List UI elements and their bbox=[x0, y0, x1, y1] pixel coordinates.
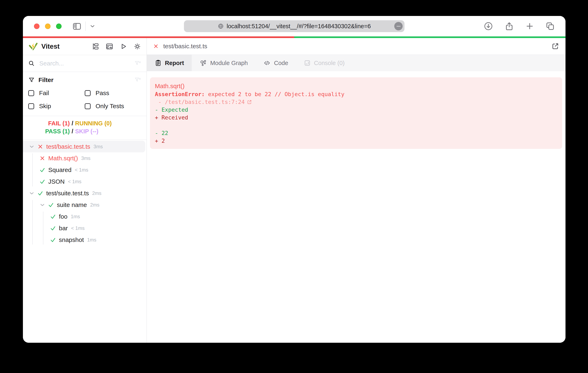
check-icon bbox=[39, 178, 45, 185]
close-button[interactable] bbox=[34, 23, 40, 29]
file-tab-header: test/basic.test.ts bbox=[147, 38, 566, 55]
failed-test-title: Math.sqrt() bbox=[155, 82, 557, 90]
diff-line-expected: - Expected bbox=[155, 106, 557, 114]
sidebar-toggle-icon[interactable] bbox=[72, 21, 82, 31]
filter-checkbox-fail[interactable]: Fail bbox=[28, 90, 85, 96]
checkbox-icon[interactable] bbox=[85, 103, 91, 109]
error-message: expected 2 to be 22 // Object.is equalit… bbox=[205, 91, 345, 97]
zoom-button[interactable] bbox=[56, 23, 62, 29]
test-tree-item[interactable]: test/basic.test.ts3ms bbox=[23, 141, 145, 152]
test-duration: 2ms bbox=[92, 190, 101, 196]
open-file-name: test/basic.test.ts bbox=[163, 43, 207, 50]
tab-overview-icon[interactable] bbox=[546, 21, 555, 31]
clear-filter-icon[interactable] bbox=[134, 60, 141, 67]
test-duration: < 1ms bbox=[71, 225, 84, 231]
tree-view-icon[interactable] bbox=[92, 42, 99, 50]
console-icon bbox=[304, 60, 311, 66]
search-input[interactable] bbox=[39, 60, 130, 67]
checkbox-icon[interactable] bbox=[28, 103, 34, 109]
run-all-icon[interactable] bbox=[119, 42, 127, 50]
filter-options: FailPassSkipOnly Tests bbox=[28, 90, 141, 110]
filter-title: Filter bbox=[39, 76, 53, 83]
tab-report[interactable]: Report bbox=[147, 55, 192, 71]
test-duration: 3ms bbox=[94, 144, 103, 149]
check-icon bbox=[48, 202, 54, 208]
theme-toggle-icon[interactable] bbox=[133, 42, 141, 50]
test-name: JSON bbox=[48, 178, 65, 185]
test-tree-item[interactable]: snapshot1ms bbox=[23, 234, 147, 246]
test-tree-item[interactable]: suite name2ms bbox=[23, 199, 147, 211]
minimize-button[interactable] bbox=[45, 23, 51, 29]
diff-blank-line bbox=[155, 122, 557, 129]
diff-line-expected: - 22 bbox=[155, 129, 557, 137]
test-tree-item[interactable]: bar< 1ms bbox=[23, 222, 147, 234]
filter-checkbox-skip[interactable]: Skip bbox=[28, 103, 85, 110]
external-link-icon bbox=[247, 99, 252, 105]
share-icon[interactable] bbox=[504, 21, 514, 31]
sidebar: Vitest bbox=[23, 38, 147, 343]
tab-code[interactable]: Code bbox=[255, 55, 296, 71]
test-name: test/basic.test.ts bbox=[46, 143, 90, 150]
test-name: snapshot bbox=[59, 236, 84, 243]
report-icon bbox=[155, 60, 162, 66]
test-duration: 3ms bbox=[81, 155, 90, 161]
test-name: foo bbox=[59, 213, 67, 220]
browser-toolbar: localhost:51204/__vitest__/#/?file=16484… bbox=[23, 16, 566, 36]
tab-label: Module Graph bbox=[210, 60, 248, 66]
progress-pass-segment bbox=[294, 36, 566, 38]
check-icon bbox=[50, 214, 56, 220]
new-tab-icon[interactable] bbox=[525, 21, 534, 31]
test-progress-bar bbox=[23, 36, 566, 38]
x-icon bbox=[37, 144, 43, 150]
page-settings-button[interactable] bbox=[394, 22, 403, 31]
dashboard-icon[interactable] bbox=[105, 42, 113, 50]
external-link-icon[interactable] bbox=[551, 42, 559, 50]
tab-label: Code bbox=[274, 60, 288, 66]
tab-console-0[interactable]: Console (0) bbox=[296, 55, 353, 71]
chevron-down-icon[interactable] bbox=[29, 144, 35, 150]
checkbox-icon[interactable] bbox=[28, 90, 34, 96]
check-icon bbox=[39, 167, 45, 173]
traffic-lights bbox=[34, 23, 62, 29]
test-duration: < 1ms bbox=[75, 167, 88, 173]
chevron-down-icon[interactable] bbox=[29, 190, 35, 196]
test-tree-item[interactable]: Squared< 1ms bbox=[23, 164, 147, 176]
test-tree-item[interactable]: Math.sqrt()3ms bbox=[23, 152, 147, 164]
tab-module-graph[interactable]: Module Graph bbox=[192, 55, 255, 71]
summary-separator: / bbox=[70, 119, 75, 127]
code-icon bbox=[263, 59, 271, 67]
test-name: Squared bbox=[48, 166, 71, 173]
test-tree-item[interactable]: foo1ms bbox=[23, 211, 147, 222]
diff-line-received: + Received bbox=[155, 114, 557, 122]
skip-count: SKIP (--) bbox=[75, 127, 122, 135]
address-bar[interactable]: localhost:51204/__vitest__/#/?file=16484… bbox=[184, 20, 404, 32]
chevron-down-icon[interactable] bbox=[39, 202, 45, 208]
screen: localhost:51204/__vitest__/#/?file=16484… bbox=[0, 0, 588, 373]
filter-checkbox-pass[interactable]: Pass bbox=[85, 90, 141, 96]
download-icon[interactable] bbox=[483, 21, 493, 31]
clear-filter-icon[interactable] bbox=[134, 76, 141, 83]
view-tabs: ReportModule GraphCodeConsole (0) bbox=[147, 55, 566, 71]
error-location: - /test/basic.test.ts:7:24 bbox=[155, 98, 245, 106]
x-icon bbox=[39, 155, 45, 161]
search-icon bbox=[28, 60, 35, 67]
test-tree-item[interactable]: JSON< 1ms bbox=[23, 176, 147, 187]
test-name: Math.sqrt() bbox=[48, 155, 78, 162]
filter-checkbox-only-tests[interactable]: Only Tests bbox=[85, 103, 141, 110]
chevron-down-icon[interactable] bbox=[89, 23, 95, 29]
checkbox-label: Pass bbox=[95, 90, 109, 96]
checkbox-icon[interactable] bbox=[85, 90, 91, 96]
test-duration: 1ms bbox=[71, 214, 80, 219]
summary-separator: / bbox=[70, 127, 75, 135]
fail-count: FAIL (1) bbox=[23, 119, 70, 127]
error-location-link[interactable]: - /test/basic.test.ts:7:24 bbox=[155, 98, 557, 106]
progress-fail-segment bbox=[23, 36, 294, 38]
test-duration: < 1ms bbox=[68, 179, 81, 185]
toolbar-divider bbox=[85, 21, 86, 31]
test-name: bar bbox=[59, 225, 68, 232]
filter-icon bbox=[28, 77, 35, 83]
test-tree: test/basic.test.ts3msMath.sqrt()3msSquar… bbox=[23, 140, 147, 343]
test-tree-item[interactable]: test/suite.test.ts2ms bbox=[23, 187, 147, 199]
check-icon bbox=[50, 225, 56, 231]
test-name: suite name bbox=[57, 201, 87, 208]
